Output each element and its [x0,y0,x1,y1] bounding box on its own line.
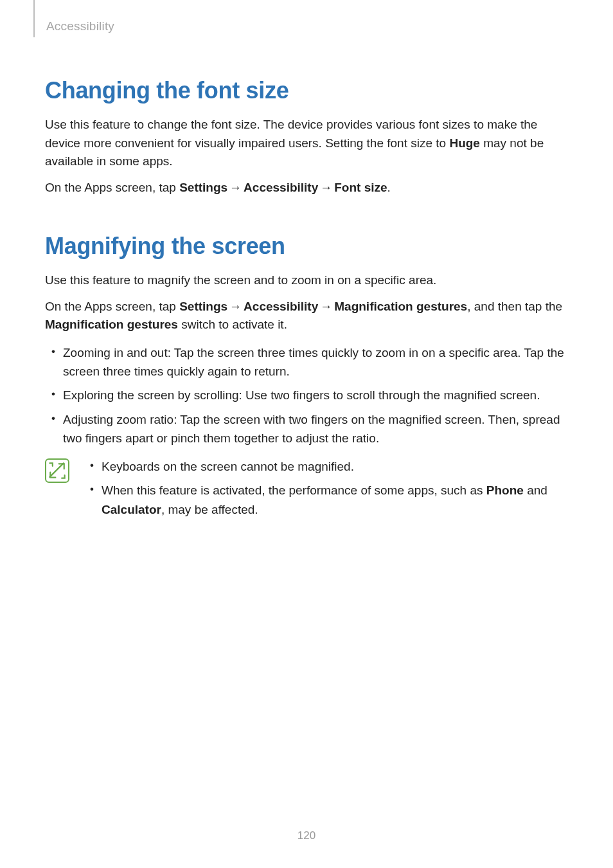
nav-step: Settings [179,300,227,313]
section-magnify: Magnifying the screen Use this feature t… [45,233,568,524]
list-item: Exploring the screen by scrolling: Use t… [63,386,568,404]
text-bold: Huge [449,136,480,150]
header-rule [33,0,35,37]
arrow-icon: → [318,181,334,194]
text: switch to activate it. [178,318,287,331]
bullet-list: Zooming in and out: Tap the screen three… [45,343,568,448]
list-item: Adjusting zoom ratio: Tap the screen wit… [63,410,568,448]
list-item: When this feature is activated, the perf… [102,481,568,519]
text: When this feature is activated, the perf… [102,484,486,497]
paragraph: Use this feature to change the font size… [45,116,568,171]
page-body: Changing the font size Use this feature … [0,0,613,524]
nav-step: Settings [179,181,227,194]
nav-step: Accessibility [244,181,318,194]
page-number: 120 [0,829,613,842]
breadcrumb: Accessibility [46,19,114,33]
section-font-size: Changing the font size Use this feature … [45,77,568,197]
nav-step: Accessibility [244,300,318,313]
text: . [387,181,391,194]
text-bold: Calculator [102,503,161,516]
nav-step: Magnification gestures [334,300,467,313]
paragraph-nav-path: On the Apps screen, tap Settings→Accessi… [45,179,568,197]
text: and [524,484,547,497]
nav-step: Font size [334,181,387,194]
text: , and then tap the [467,300,562,313]
arrow-icon: → [318,300,334,313]
arrow-icon: → [227,300,244,313]
note-list: Keyboards on the screen cannot be magnif… [81,457,568,524]
text-bold: Phone [486,484,524,497]
text-bold: Magnification gestures [45,318,178,331]
text: On the Apps screen, tap [45,300,179,313]
text: On the Apps screen, tap [45,181,179,194]
paragraph-nav-path: On the Apps screen, tap Settings→Accessi… [45,298,568,334]
list-item: Zooming in and out: Tap the screen three… [63,343,568,381]
note-icon [45,458,69,483]
heading-magnify: Magnifying the screen [45,233,568,260]
text: , may be affected. [161,503,258,516]
arrow-icon: → [227,181,244,194]
paragraph: Use this feature to magnify the screen a… [45,271,568,290]
heading-font-size: Changing the font size [45,77,568,104]
note-block: Keyboards on the screen cannot be magnif… [45,457,568,524]
list-item: Keyboards on the screen cannot be magnif… [102,457,568,476]
